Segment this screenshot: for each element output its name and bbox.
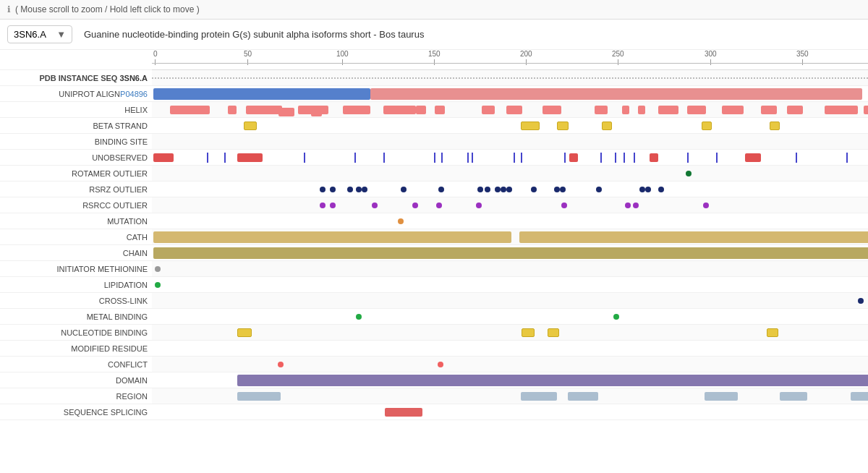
unobs-line-9 bbox=[472, 153, 473, 163]
helix-19 bbox=[722, 106, 744, 114]
cath-2 bbox=[519, 231, 868, 243]
mutation-1 bbox=[398, 218, 404, 224]
ruler-row: 0 50 100 150 200 250 300 350 bbox=[152, 50, 868, 70]
track-cath bbox=[152, 229, 868, 245]
label-nucleotide: NUCLEOTIDE BINDING bbox=[0, 325, 152, 341]
beta-1 bbox=[244, 122, 257, 130]
rsrcc-2 bbox=[330, 203, 336, 208]
helix-11 bbox=[482, 106, 495, 114]
track-uniprot bbox=[152, 86, 868, 102]
rsrcc-1 bbox=[320, 203, 326, 208]
uniprot-pink-seg bbox=[370, 88, 862, 100]
info-icon: ℹ bbox=[7, 4, 11, 14]
track-binding-site bbox=[152, 134, 868, 150]
ruler-label bbox=[0, 50, 152, 70]
beta-6 bbox=[770, 122, 780, 130]
helix-20 bbox=[761, 106, 777, 114]
track-metal-binding bbox=[152, 309, 868, 325]
track-seq-splicing bbox=[152, 404, 868, 420]
protein-dropdown[interactable]: 3SN6.A ▼ bbox=[7, 25, 72, 43]
cath-1 bbox=[153, 231, 511, 243]
track-unobserved bbox=[152, 150, 868, 166]
rsrz-11 bbox=[501, 187, 506, 192]
label-domain: DOMAIN bbox=[0, 372, 152, 388]
track-cross-link bbox=[152, 293, 868, 309]
chevron-down-icon: ▼ bbox=[56, 29, 66, 40]
helix-18 bbox=[687, 106, 706, 114]
unobs-line-17 bbox=[687, 153, 689, 163]
nucl-2 bbox=[522, 328, 535, 337]
protein-title: Guanine nucleotide-binding protein G(s) … bbox=[84, 29, 424, 40]
label-cath: CATH bbox=[0, 229, 152, 245]
track-mutation bbox=[152, 213, 868, 229]
chart-area: PDB INSTANCE SEQ 3SN6.A UNIPROT ALIGN P0… bbox=[0, 50, 868, 465]
domain-1 bbox=[237, 375, 868, 386]
unobs-line-14 bbox=[615, 153, 616, 163]
rsrz-12 bbox=[506, 187, 512, 192]
label-pdb-seq: PDB INSTANCE SEQ 3SN6.A bbox=[0, 70, 152, 86]
rsrcc-4 bbox=[412, 203, 418, 208]
label-rsrcc: RSRCC OUTLIER bbox=[0, 197, 152, 213]
region-1 bbox=[237, 392, 281, 401]
track-domain bbox=[152, 372, 868, 388]
helix-3 bbox=[246, 106, 282, 114]
track-rsrz bbox=[152, 182, 868, 197]
label-mutation: MUTATION bbox=[0, 213, 152, 229]
rsrz-8 bbox=[477, 187, 483, 192]
track-init-met bbox=[152, 261, 868, 277]
unobs-rect-5 bbox=[745, 153, 761, 162]
helix-22 bbox=[825, 106, 858, 114]
rsrz-7 bbox=[438, 187, 444, 192]
label-metal: METAL BINDING bbox=[0, 309, 152, 325]
unobs-line-8 bbox=[467, 153, 469, 163]
unobs-line-3 bbox=[304, 153, 305, 163]
beta-4 bbox=[602, 122, 612, 130]
track-helix bbox=[152, 102, 868, 118]
rsrz-5 bbox=[362, 187, 367, 192]
unobs-line-7 bbox=[441, 153, 443, 163]
track-rsrcc bbox=[152, 197, 868, 213]
lipidation-1 bbox=[155, 282, 161, 288]
unobs-line-12 bbox=[564, 153, 566, 163]
unobs-line-18 bbox=[716, 153, 718, 163]
tracks-column: 0 50 100 150 200 250 300 350 bbox=[152, 50, 868, 465]
conflict-2 bbox=[438, 362, 443, 367]
helix-23 bbox=[864, 106, 868, 114]
nucl-4 bbox=[767, 328, 778, 337]
rsrcc-6 bbox=[476, 203, 482, 208]
unobs-line-13 bbox=[600, 153, 602, 163]
region-5 bbox=[780, 392, 807, 401]
rsrz-15 bbox=[560, 187, 566, 192]
rsrz-18 bbox=[645, 187, 651, 192]
helix-14 bbox=[595, 106, 608, 114]
region-2 bbox=[521, 392, 557, 401]
label-chain: CHAIN bbox=[0, 245, 152, 261]
metal-2 bbox=[613, 314, 619, 320]
unobs-rect-2 bbox=[237, 153, 263, 162]
helix-9 bbox=[416, 106, 426, 114]
rsrz-2 bbox=[330, 187, 336, 192]
helix-17 bbox=[658, 106, 678, 114]
pdb-seq-line bbox=[152, 77, 868, 79]
unobs-line-2 bbox=[224, 153, 226, 163]
track-lipidation bbox=[152, 277, 868, 293]
rsrz-6 bbox=[401, 187, 407, 192]
unobs-rect-3 bbox=[569, 153, 578, 162]
region-6 bbox=[851, 392, 868, 401]
region-3 bbox=[568, 392, 598, 401]
helix-16 bbox=[638, 106, 645, 114]
unobs-line-19 bbox=[796, 153, 797, 163]
rsrcc-10 bbox=[703, 203, 709, 208]
nucl-1 bbox=[237, 328, 252, 337]
label-helix: HELIX bbox=[0, 102, 152, 118]
conflict-1 bbox=[278, 362, 284, 367]
helix-21 bbox=[787, 106, 803, 114]
top-bar-message: ( Mouse scroll to zoom / Hold left click… bbox=[15, 4, 200, 14]
track-region bbox=[152, 388, 868, 404]
uniprot-link[interactable]: P04896 bbox=[120, 90, 148, 98]
rsrcc-9 bbox=[633, 203, 639, 208]
unobs-line-10 bbox=[514, 153, 515, 163]
track-rotamer bbox=[152, 166, 868, 182]
unobs-line-11 bbox=[521, 153, 522, 163]
rsrz-16 bbox=[596, 187, 602, 192]
